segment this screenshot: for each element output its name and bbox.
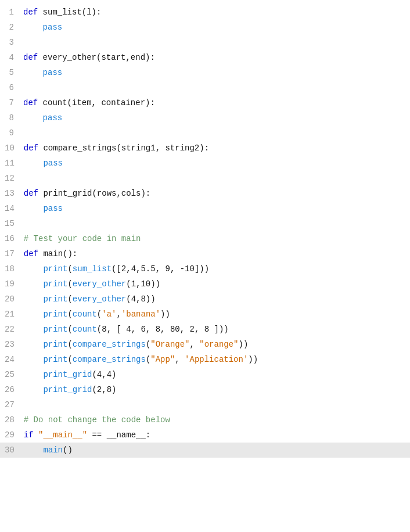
line-number: 24 <box>0 352 21 367</box>
line-content: def main(): <box>21 246 410 261</box>
code-token: compare_strings <box>73 340 146 349</box>
code-token: every_other(start,end): <box>43 53 155 62</box>
code-token: "App" <box>150 355 175 364</box>
line-content: def count(item, container): <box>21 95 410 110</box>
code-line: 11 pass <box>0 156 410 171</box>
code-token: "__main__" <box>38 430 87 440</box>
line-content: pass <box>21 20 410 35</box>
code-token: sum_list(l): <box>43 8 102 17</box>
code-token: compare_strings(string1, string2): <box>43 143 209 153</box>
code-token: print_grid <box>24 370 92 379</box>
code-token: pass <box>23 113 62 123</box>
code-token: pass <box>23 68 62 77</box>
line-content: pass <box>21 156 410 171</box>
code-line: 25 print_grid(4,4) <box>0 367 410 382</box>
code-token: def <box>23 8 43 17</box>
code-token: every_other <box>73 279 126 289</box>
code-token: every_other <box>73 294 126 304</box>
code-line: 26 print_grid(2,8) <box>0 382 410 397</box>
line-number: 20 <box>0 292 21 307</box>
code-token: count <box>73 310 97 319</box>
code-token: == __name__: <box>87 430 150 440</box>
line-content: print(compare_strings("App", 'Applicatio… <box>21 352 410 367</box>
line-number: 23 <box>0 337 21 352</box>
code-token: ( <box>67 264 72 274</box>
code-token: print <box>24 294 68 304</box>
line-content: def every_other(start,end): <box>21 50 410 65</box>
line-content: pass <box>21 65 410 80</box>
code-token: def <box>24 249 44 258</box>
line-number: 5 <box>0 65 21 80</box>
line-content: print(count(8, [ 4, 6, 8, 80, 2, 8 ])) <box>21 322 410 337</box>
line-content: if "__main__" == __name__: <box>21 427 410 443</box>
code-line: 30 main() <box>0 443 410 458</box>
line-content: print_grid(4,4) <box>21 367 410 382</box>
code-token: def <box>23 98 43 107</box>
line-number: 21 <box>0 307 21 322</box>
code-token: pass <box>23 23 62 32</box>
line-content: print(compare_strings("Orange", "orange"… <box>21 337 410 352</box>
code-token: compare_strings <box>73 355 146 364</box>
code-token: pass <box>24 204 63 213</box>
code-token: , <box>175 355 185 364</box>
code-token: )) <box>248 355 258 364</box>
code-token: 'a' <box>102 310 116 319</box>
code-token: () <box>63 445 73 455</box>
code-token: pass <box>24 159 63 168</box>
code-token: def <box>24 143 44 153</box>
code-line: 3 <box>0 35 410 50</box>
code-token: , <box>116 310 121 319</box>
code-token: (8, [ 4, 6, 8, 80, 2, 8 ])) <box>97 325 229 334</box>
code-token: # Do not change the code below <box>24 415 170 425</box>
line-content: def compare_strings(string1, string2): <box>21 141 410 156</box>
line-content: main() <box>21 443 410 458</box>
line-number: 1 <box>0 5 21 20</box>
code-line: 14 pass <box>0 201 410 216</box>
code-line: 4def every_other(start,end): <box>0 50 410 65</box>
code-line: 16# Test your code in main <box>0 231 410 246</box>
line-content: print_grid(2,8) <box>21 382 410 397</box>
line-number: 25 <box>0 367 21 382</box>
line-number: 6 <box>0 80 21 95</box>
code-token: def <box>24 189 44 198</box>
code-token: print <box>24 325 68 334</box>
code-line: 29if "__main__" == __name__: <box>0 427 410 443</box>
code-token: ( <box>67 340 72 349</box>
line-content: pass <box>21 110 410 125</box>
code-token: main(): <box>43 249 77 258</box>
code-token: print_grid(rows,cols): <box>43 189 150 198</box>
code-line: 2 pass <box>0 20 410 35</box>
code-line: 8 pass <box>0 110 410 125</box>
code-token: main <box>24 445 63 455</box>
code-token: )) <box>239 340 249 349</box>
code-token: print <box>24 310 68 319</box>
code-token: ([2,4,5.5, 9, -10])) <box>112 264 209 274</box>
code-line: 7def count(item, container): <box>0 95 410 110</box>
line-content <box>21 35 410 50</box>
code-line: 21 print(count('a','banana')) <box>0 307 410 322</box>
line-number: 11 <box>0 156 21 171</box>
code-line: 19 print(every_other(1,10)) <box>0 276 410 292</box>
code-token: ( <box>97 310 102 319</box>
line-content: pass <box>21 201 410 216</box>
line-number: 19 <box>0 276 21 292</box>
line-content <box>21 171 410 186</box>
line-number: 18 <box>0 261 21 276</box>
code-line: 24 print(compare_strings("App", 'Applica… <box>0 352 410 367</box>
line-number: 12 <box>0 171 21 186</box>
code-line: 1def sum_list(l): <box>0 5 410 20</box>
line-content: print(count('a','banana')) <box>21 307 410 322</box>
line-number: 10 <box>0 141 21 156</box>
code-line: 20 print(every_other(4,8)) <box>0 292 410 307</box>
line-number: 13 <box>0 186 21 201</box>
code-line: 6 <box>0 80 410 95</box>
code-token: def <box>23 53 43 62</box>
code-token: print <box>24 264 68 274</box>
code-line: 9 <box>0 125 410 141</box>
code-token: , <box>190 340 200 349</box>
code-token: ( <box>67 310 72 319</box>
line-number: 30 <box>0 443 21 458</box>
line-number: 15 <box>0 216 21 231</box>
line-content: def sum_list(l): <box>21 5 410 20</box>
code-token: ( <box>67 279 72 289</box>
